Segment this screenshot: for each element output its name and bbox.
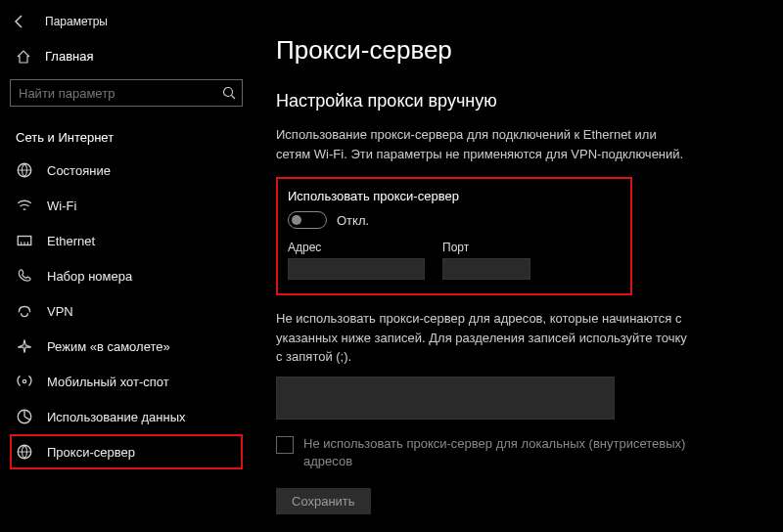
nav-item-proxy[interactable]: Прокси-сервер bbox=[10, 434, 243, 469]
section-description: Использование прокси-сервера для подключ… bbox=[276, 125, 687, 163]
nav-item-wifi[interactable]: Wi-Fi bbox=[0, 188, 253, 223]
sidebar: Параметры Главная Сеть и Интернет Состоя… bbox=[0, 0, 253, 532]
use-proxy-toggle-row: Откл. bbox=[288, 211, 621, 229]
address-field: Адрес bbox=[288, 241, 425, 280]
address-label: Адрес bbox=[288, 241, 425, 254]
proxy-group-highlight: Использовать прокси-сервер Откл. Адрес П… bbox=[276, 177, 632, 295]
airplane-icon bbox=[16, 338, 33, 354]
search-box[interactable] bbox=[10, 79, 243, 107]
nav-label: Wi-Fi bbox=[47, 199, 76, 213]
nav-item-vpn[interactable]: VPN bbox=[0, 293, 253, 329]
use-proxy-toggle[interactable] bbox=[288, 211, 327, 229]
search-icon bbox=[222, 86, 236, 100]
nav-item-airplane[interactable]: Режим «в самолете» bbox=[0, 329, 253, 364]
globe-icon bbox=[16, 444, 33, 460]
category-header: Сеть и Интернет bbox=[0, 116, 253, 153]
svg-point-0 bbox=[224, 88, 233, 97]
title-bar: Параметры bbox=[0, 10, 253, 39]
nav-label: Прокси-сервер bbox=[47, 445, 135, 460]
nav-item-ethernet[interactable]: Ethernet bbox=[0, 223, 253, 258]
nav-item-hotspot[interactable]: Мобильный хот-спот bbox=[0, 364, 253, 399]
page-title: Прокси-сервер bbox=[276, 35, 760, 66]
ethernet-icon bbox=[16, 233, 33, 248]
nav-label: Режим «в самолете» bbox=[47, 339, 170, 354]
globe-icon bbox=[16, 162, 33, 178]
back-icon[interactable] bbox=[12, 14, 27, 29]
svg-point-3 bbox=[23, 379, 25, 382]
nav-label: Состояние bbox=[47, 163, 111, 178]
wifi-icon bbox=[16, 198, 33, 213]
search-wrap bbox=[0, 73, 253, 116]
section-title: Настройка прокси вручную bbox=[276, 91, 760, 111]
phone-icon bbox=[16, 268, 33, 284]
nav-label: Ethernet bbox=[47, 234, 95, 248]
app-title: Параметры bbox=[45, 15, 108, 28]
use-proxy-label: Использовать прокси-сервер bbox=[288, 189, 621, 203]
bypass-description: Не использовать прокси-сервер для адресо… bbox=[276, 309, 687, 367]
port-input[interactable] bbox=[442, 258, 530, 280]
vpn-icon bbox=[16, 303, 33, 319]
home-icon bbox=[16, 50, 31, 64]
port-label: Порт bbox=[442, 241, 530, 254]
toggle-state-text: Откл. bbox=[337, 213, 369, 228]
local-bypass-checkbox[interactable] bbox=[276, 436, 294, 454]
address-port-row: Адрес Порт bbox=[288, 241, 621, 280]
data-usage-icon bbox=[16, 409, 33, 424]
nav-item-dialup[interactable]: Набор номера bbox=[0, 258, 253, 293]
save-button[interactable]: Сохранить bbox=[276, 488, 371, 514]
nav-list: Состояние Wi-Fi Ethernet Набор номера VP… bbox=[0, 153, 253, 469]
nav-item-data-usage[interactable]: Использование данных bbox=[0, 399, 253, 434]
local-bypass-row: Не использовать прокси-сервер для локаль… bbox=[276, 435, 687, 470]
nav-label: VPN bbox=[47, 304, 73, 319]
nav-label: Использование данных bbox=[47, 410, 186, 424]
main-content: Прокси-сервер Настройка прокси вручную И… bbox=[253, 0, 783, 532]
nav-item-status[interactable]: Состояние bbox=[0, 153, 253, 188]
nav-label: Набор номера bbox=[47, 269, 132, 284]
nav-label: Мобильный хот-спот bbox=[47, 375, 169, 389]
hotspot-icon bbox=[16, 374, 33, 389]
bypass-textarea[interactable] bbox=[276, 377, 615, 420]
home-link[interactable]: Главная bbox=[0, 39, 253, 73]
local-bypass-label: Не использовать прокси-сервер для локаль… bbox=[303, 435, 687, 470]
search-input[interactable] bbox=[19, 86, 222, 101]
home-label: Главная bbox=[45, 49, 93, 64]
address-input[interactable] bbox=[288, 258, 425, 280]
port-field: Порт bbox=[442, 241, 530, 280]
